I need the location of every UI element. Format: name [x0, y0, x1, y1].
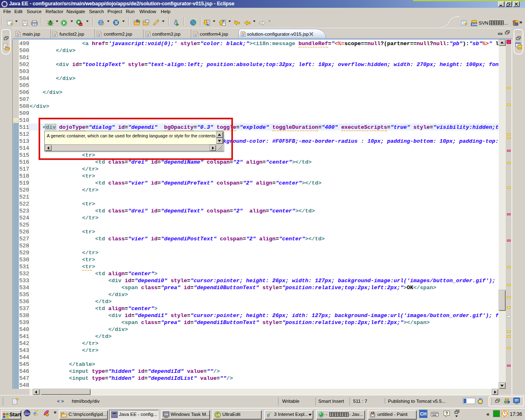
- svg-text:UE: UE: [216, 413, 220, 416]
- svg-text:?: ?: [445, 411, 448, 416]
- svg-text:SVN: SVN: [472, 23, 477, 26]
- svg-text:e: e: [267, 411, 270, 418]
